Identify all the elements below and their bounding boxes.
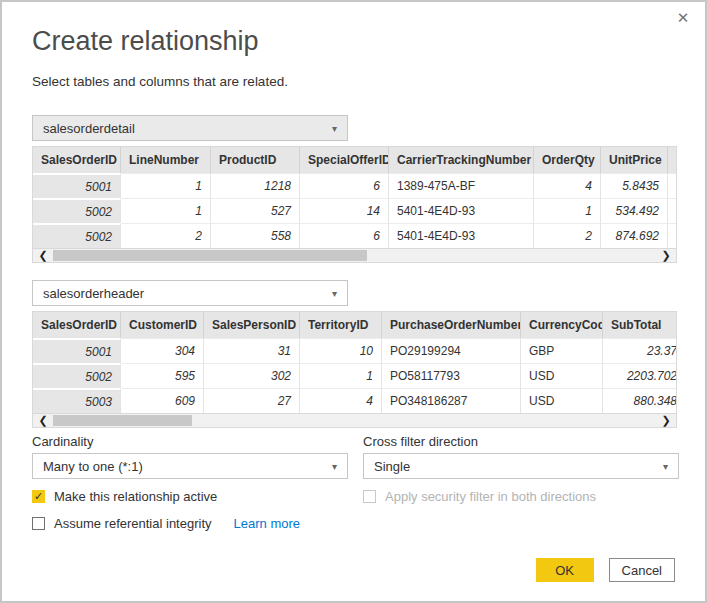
cardinality-value: Many to one (*:1)	[43, 459, 143, 474]
table-cell: 2203.702	[603, 363, 677, 388]
make-active-label: Make this relationship active	[54, 489, 217, 504]
table-cell: 558	[211, 223, 300, 248]
create-relationship-dialog: ✕ Create relationship Select tables and …	[0, 0, 707, 603]
table-cell: 1	[121, 198, 211, 223]
table-cell: PO58117793	[382, 363, 521, 388]
security-filter-checkbox	[363, 490, 376, 503]
table-cell: 6	[300, 223, 389, 248]
column-header[interactable]: TerritoryID	[300, 312, 382, 338]
column-header[interactable]: PurchaseOrderNumber	[382, 312, 521, 338]
cross-filter-select[interactable]: Single ▾	[363, 453, 679, 479]
learn-more-link[interactable]: Learn more	[234, 516, 300, 531]
scrollbar-thumb[interactable]	[53, 250, 367, 261]
table-cell: 5003	[33, 388, 121, 413]
table-cell: 5401-4E4D-93	[389, 223, 534, 248]
column-header[interactable]: LineNumber	[121, 147, 211, 173]
table-cell	[668, 173, 677, 198]
table2-select-value: salesorderheader	[43, 286, 144, 301]
security-filter-label: Apply security filter in both directions	[385, 489, 596, 504]
scroll-right-icon[interactable]: ❯	[656, 414, 676, 427]
cross-filter-value: Single	[374, 459, 410, 474]
dialog-title: Create relationship	[32, 26, 675, 56]
table-row[interactable]: 5002255865401-4E4D-932874.692	[33, 223, 677, 248]
table-cell: 5001	[33, 338, 121, 363]
table-cell: 5002	[33, 198, 121, 223]
table-row[interactable]: 50025953021PO58117793USD2203.702	[33, 363, 677, 388]
make-active-option[interactable]: ✓ Make this relationship active	[32, 489, 348, 504]
column-header[interactable]: UnitPrice	[601, 147, 668, 173]
table-cell: 14	[300, 198, 389, 223]
table-row[interactable]: 5003609274PO348186287USD880.348	[33, 388, 677, 413]
column-header[interactable]: SalesPersonID	[204, 312, 300, 338]
table-cell: 609	[121, 388, 204, 413]
column-header[interactable]: SalesOrderID	[33, 147, 121, 173]
column-header[interactable]: SubTotal	[603, 312, 677, 338]
scroll-left-icon[interactable]: ❮	[33, 249, 53, 262]
table-cell: 874.692	[601, 223, 668, 248]
table2-hscrollbar[interactable]: ❮ ❯	[32, 413, 677, 428]
table-cell: USD	[521, 388, 603, 413]
table-row[interactable]: 50021527145401-4E4D-931534.492	[33, 198, 677, 223]
table2-preview: SalesOrderIDCustomerIDSalesPersonIDTerri…	[32, 311, 677, 428]
column-header[interactable]: OrderQty	[534, 147, 601, 173]
table-cell: 5002	[33, 363, 121, 388]
table-cell: 880.348	[603, 388, 677, 413]
column-header[interactable]: CarrierTrackingNumber	[389, 147, 534, 173]
table1-grid: SalesOrderIDLineNumberProductIDSpecialOf…	[32, 146, 677, 248]
table-cell: 534.492	[601, 198, 668, 223]
chevron-down-icon: ▾	[332, 288, 337, 299]
ok-button[interactable]: OK	[536, 558, 594, 582]
table-row[interactable]: 50013043110PO29199294GBP23.37	[33, 338, 677, 363]
table2-select[interactable]: salesorderheader ▾	[32, 280, 348, 306]
chevron-down-icon: ▾	[663, 461, 668, 472]
scroll-right-icon[interactable]: ❯	[656, 249, 676, 262]
dialog-subtitle: Select tables and columns that are relat…	[32, 74, 675, 89]
table-cell: 527	[211, 198, 300, 223]
table-cell: 4	[534, 173, 601, 198]
column-header[interactable]: U	[668, 147, 677, 173]
table-cell: PO29199294	[382, 338, 521, 363]
table-cell: PO348186287	[382, 388, 521, 413]
table-header-row: SalesOrderIDLineNumberProductIDSpecialOf…	[33, 147, 677, 173]
scrollbar-thumb[interactable]	[53, 415, 192, 426]
column-header[interactable]: SpecialOfferID	[300, 147, 389, 173]
table-cell: 5.8435	[601, 173, 668, 198]
table-cell: 304	[121, 338, 204, 363]
column-header[interactable]: CurrencyCode	[521, 312, 603, 338]
table-cell: 302	[204, 363, 300, 388]
make-active-checkbox[interactable]: ✓	[32, 490, 45, 503]
cross-filter-label: Cross filter direction	[363, 434, 679, 449]
cancel-button[interactable]: Cancel	[609, 558, 675, 582]
table1-preview: SalesOrderIDLineNumberProductIDSpecialOf…	[32, 146, 677, 263]
scrollbar-track[interactable]	[53, 415, 656, 426]
table-cell: 6	[300, 173, 389, 198]
table1-hscrollbar[interactable]: ❮ ❯	[32, 248, 677, 263]
table-cell: 27	[204, 388, 300, 413]
table-cell: 4	[300, 388, 382, 413]
column-header[interactable]: ProductID	[211, 147, 300, 173]
scroll-left-icon[interactable]: ❮	[33, 414, 53, 427]
referential-integrity-option[interactable]: Assume referential integrity Learn more	[32, 516, 348, 531]
chevron-down-icon: ▾	[332, 123, 337, 134]
column-header[interactable]: SalesOrderID	[33, 312, 121, 338]
column-header[interactable]: CustomerID	[121, 312, 204, 338]
table1-select[interactable]: salesorderdetail ▾	[32, 115, 348, 141]
scrollbar-track[interactable]	[53, 250, 656, 261]
table-cell: 5002	[33, 223, 121, 248]
cardinality-select[interactable]: Many to one (*:1) ▾	[32, 453, 348, 479]
close-icon[interactable]: ✕	[673, 8, 693, 28]
table-header-row: SalesOrderIDCustomerIDSalesPersonIDTerri…	[33, 312, 677, 338]
referential-integrity-label: Assume referential integrity	[54, 516, 212, 531]
table-cell: 1389-475A-BF	[389, 173, 534, 198]
table-cell: 23.37	[603, 338, 677, 363]
table-cell	[668, 223, 677, 248]
table-cell: 595	[121, 363, 204, 388]
table-cell: 1	[534, 198, 601, 223]
chevron-down-icon: ▾	[332, 461, 337, 472]
table-cell: 10	[300, 338, 382, 363]
table-cell: 2	[534, 223, 601, 248]
referential-integrity-checkbox[interactable]	[32, 517, 45, 530]
table-row[interactable]: 50011121861389-475A-BF45.8435	[33, 173, 677, 198]
table1-select-value: salesorderdetail	[43, 121, 135, 136]
cardinality-label: Cardinality	[32, 434, 348, 449]
